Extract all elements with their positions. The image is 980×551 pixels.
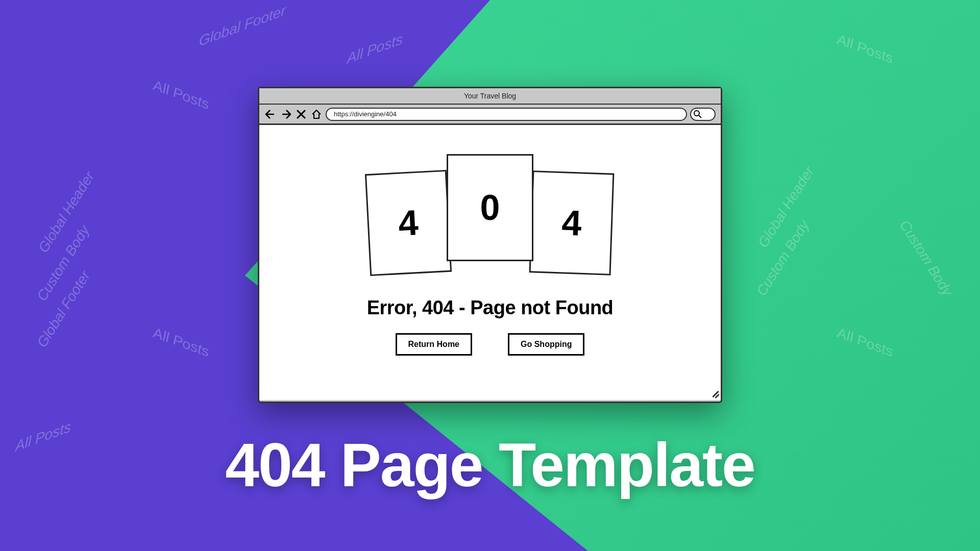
error-message: Error, 404 - Page not Found <box>367 297 614 319</box>
browser-window: Your Travel Blog https://diviengine/404 … <box>258 87 722 403</box>
search-pill[interactable] <box>690 108 716 121</box>
stop-icon[interactable] <box>295 108 307 120</box>
digit-card-right: 4 <box>529 170 615 275</box>
browser-toolbar: https://diviengine/404 <box>259 105 721 125</box>
browser-title-bar: Your Travel Blog <box>259 88 721 105</box>
digit-card-center: 0 <box>447 154 533 261</box>
back-icon[interactable] <box>264 108 277 120</box>
browser-title: Your Travel Blog <box>464 92 516 100</box>
page-headline: 404 Page Template <box>225 430 755 500</box>
error-cards: 4 0 4 <box>368 154 612 277</box>
digit-card-left: 4 <box>365 170 452 276</box>
url-text: https://diviengine/404 <box>334 110 397 118</box>
browser-content: 4 0 4 Error, 404 - Page not Found Return… <box>259 125 721 400</box>
svg-point-0 <box>694 111 699 116</box>
search-icon <box>693 110 702 119</box>
url-bar[interactable]: https://diviengine/404 <box>326 108 687 121</box>
return-home-button[interactable]: Return Home <box>396 333 472 356</box>
action-buttons: Return Home Go Shopping <box>396 333 585 356</box>
go-shopping-button[interactable]: Go Shopping <box>508 333 584 356</box>
forward-icon[interactable] <box>280 108 292 120</box>
resize-grip-icon[interactable] <box>709 389 719 398</box>
home-icon[interactable] <box>310 108 323 120</box>
